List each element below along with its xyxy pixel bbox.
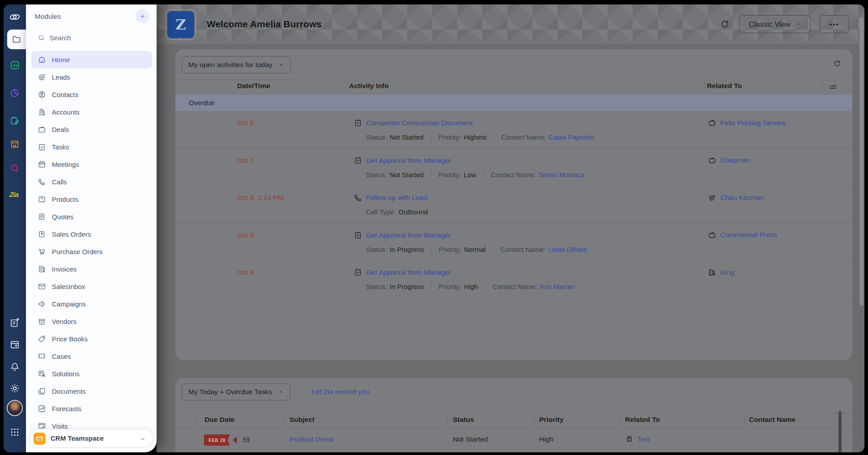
module-label: Home <box>52 56 70 64</box>
activity-title-link[interactable]: Get Apporval from Manager <box>366 268 451 276</box>
column-header-datetime[interactable]: Date/Time <box>237 82 270 90</box>
planner-icon[interactable] <box>9 115 20 126</box>
module-icon <box>38 317 46 326</box>
sidebar-item-salesinbox[interactable]: SalesInbox <box>31 278 152 295</box>
activity-date: Oct 7 <box>237 157 254 165</box>
rail-active-tab-modules[interactable] <box>7 30 26 49</box>
sidebar-item-quotes[interactable]: Quotes <box>31 208 152 225</box>
sidebar-item-sales-orders[interactable]: Sales Orders <box>31 225 152 243</box>
analytics-icon[interactable] <box>9 88 20 98</box>
column-header-status[interactable]: Status <box>453 416 474 424</box>
column-header-related-to[interactable]: Related To <box>707 82 742 90</box>
module-icon <box>38 178 46 186</box>
reports-icon[interactable] <box>9 60 20 71</box>
user-avatar[interactable] <box>7 400 23 416</box>
sidebar-item-home[interactable]: Home <box>31 51 152 68</box>
sidebar-item-forecasts[interactable]: Forecasts <box>31 400 152 417</box>
activity-title-link[interactable]: Get Apporval from Manager <box>366 157 451 165</box>
calendar-icon[interactable] <box>9 339 20 350</box>
zoho-logo-icon[interactable] <box>8 10 21 24</box>
column-divider <box>704 81 705 93</box>
sidebar-item-cases[interactable]: Cases <box>31 348 152 365</box>
detail-value[interactable]: Capla Paprocki <box>549 133 594 141</box>
sidebar-item-tasks[interactable]: Tasks <box>31 138 152 156</box>
activity-row[interactable]: Oct 9 Get Approval from Manager Status:I… <box>175 223 852 261</box>
folder-icon <box>12 34 21 44</box>
related-to-link[interactable]: Chau Kitzman <box>720 194 764 202</box>
task-subject-link[interactable]: Product Demo <box>289 435 334 443</box>
settings-icon[interactable] <box>9 383 20 394</box>
module-label: Leads <box>52 73 70 81</box>
sidebar-item-purchase-orders[interactable]: Purchase Orders <box>31 243 152 260</box>
widget-refresh-icon[interactable] <box>833 59 842 68</box>
activity-title-link[interactable]: Follow up with Lead <box>366 194 427 202</box>
module-icon <box>38 90 46 99</box>
sidebar-item-calls[interactable]: Calls <box>31 173 152 191</box>
view-selector-button[interactable]: Classic View <box>739 15 811 33</box>
related-to-link[interactable]: Test <box>637 435 650 443</box>
column-header-due-date[interactable]: Due Date <box>204 416 234 424</box>
detail-separator <box>431 283 431 290</box>
apps-grid-icon[interactable] <box>9 427 20 438</box>
sidebar-item-products[interactable]: Products <box>31 191 152 208</box>
activity-row[interactable]: Oct 7 Get Apporval from Manager Status:N… <box>175 149 852 186</box>
sidebar-item-documents[interactable]: Documents <box>31 383 152 400</box>
related-to-link[interactable]: Chapman <box>720 156 750 164</box>
sidebar-item-meetings[interactable]: Meetings <box>31 156 152 173</box>
sidebar-item-deals[interactable]: Deals <box>31 121 152 138</box>
zia-icon[interactable]: Zia <box>9 191 20 201</box>
sidebar-item-contacts[interactable]: Contacts <box>31 86 152 103</box>
sidebar-item-accounts[interactable]: Accounts <box>31 103 152 121</box>
sidebar-item-price-books[interactable]: Price Books <box>31 330 152 348</box>
org-logo: Z <box>167 11 194 38</box>
sidebar-item-vendors[interactable]: Vendors <box>31 313 152 330</box>
detail-value[interactable]: Leota Dilliard <box>548 246 587 253</box>
related-to-link[interactable]: Commercial Press <box>720 231 777 239</box>
sidebar-item-campaigns[interactable]: Campaigns <box>31 295 152 313</box>
module-icon <box>38 143 46 151</box>
due-date-badge: FEB 28 <box>204 434 230 446</box>
tasks-filter-dropdown[interactable]: My Today + Overdue Tasks <box>182 383 290 400</box>
detail-value[interactable]: Simon Morasca <box>538 171 585 179</box>
column-header-subject[interactable]: Subject <box>289 416 315 424</box>
advanced-search-icon[interactable] <box>9 163 20 174</box>
task-row[interactable]: FEB 28 59 Product Demo Not Started High … <box>175 428 852 452</box>
notifications-icon[interactable] <box>9 361 20 372</box>
column-settings-icon[interactable] <box>829 82 838 92</box>
column-divider <box>447 417 448 425</box>
detail-label: Priority: <box>438 171 461 179</box>
activity-row[interactable]: Oct 9 Get Apporval from Manager Status:I… <box>175 260 852 298</box>
detail-value[interactable]: Kris Marrier <box>540 283 575 290</box>
activity-title-link[interactable]: Competitor Comparison Document <box>366 119 473 127</box>
more-options-button[interactable]: ••• <box>820 15 849 33</box>
column-header-related-to[interactable]: Related To <box>625 416 660 424</box>
sidebar-search[interactable]: Search <box>38 34 71 42</box>
activity-row[interactable]: Oct 8, 2:14 PM Follow up with Lead Call … <box>175 186 852 223</box>
sidebar-item-invoices[interactable]: Invoices <box>31 260 152 278</box>
related-to-link[interactable]: King <box>720 268 734 276</box>
sidebar-item-solutions[interactable]: Solutions <box>31 365 152 383</box>
activity-related: Feltz Printing Service <box>708 119 786 127</box>
sidebar-item-leads[interactable]: Leads <box>31 68 152 86</box>
add-module-button[interactable] <box>135 9 149 23</box>
column-header-priority[interactable]: Priority <box>539 416 563 424</box>
activity-row[interactable]: Oct 6 Competitor Comparison Document Sta… <box>175 111 852 149</box>
related-to-link[interactable]: Feltz Printing Service <box>720 119 786 127</box>
page-scrollbar-thumb[interactable] <box>859 17 864 306</box>
activity-date: Oct 8, 2:14 PM <box>237 194 283 202</box>
add-note-icon[interactable] <box>9 318 20 328</box>
column-header-activity-info[interactable]: Activity Info <box>349 82 389 90</box>
column-divider <box>284 417 285 425</box>
zia-remind-link[interactable]: Let Zia remind you <box>312 388 369 396</box>
detail-label: Contact Name: <box>501 246 545 253</box>
activities-filter-dropdown[interactable]: My open activities for today <box>182 56 291 73</box>
detail-label: Priority: <box>438 133 461 141</box>
column-header-contact-name[interactable]: Contact Name <box>749 416 796 424</box>
activity-title-link[interactable]: Get Approval from Manager <box>366 231 451 239</box>
widget-scrollbar-thumb[interactable] <box>838 411 842 452</box>
marketplace-icon[interactable] <box>9 139 20 149</box>
teamspace-selector[interactable]: CT CRM Teamspace <box>30 429 153 448</box>
modules-sidebar: Modules Search Home Leads Contacts Accou… <box>26 4 157 452</box>
module-icon <box>38 160 46 169</box>
refresh-icon[interactable] <box>719 19 730 30</box>
